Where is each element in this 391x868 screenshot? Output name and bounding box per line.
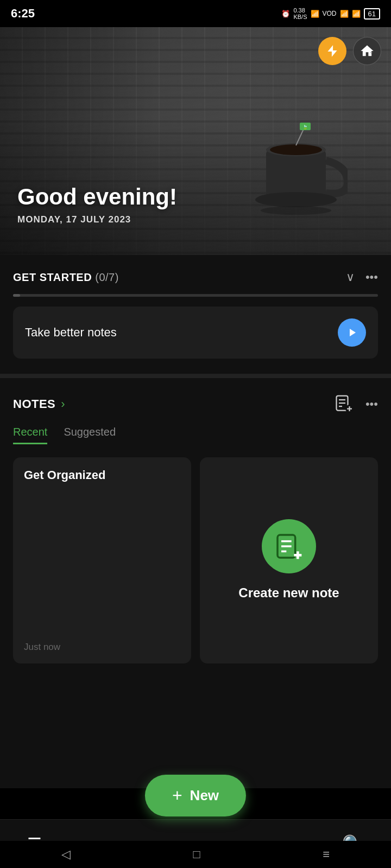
progress-bar-background [13, 294, 378, 297]
create-note-icon [274, 531, 304, 561]
play-button[interactable] [338, 318, 366, 347]
notes-grid: Get Organized Just now Create new note [13, 457, 378, 680]
create-note-card[interactable]: Create new note [200, 457, 378, 663]
hero-content: Good evening! MONDAY, 17 JULY 2023 [17, 184, 177, 225]
alarm-icon: ⏰ [281, 10, 290, 18]
home-nav-button[interactable]: □ [193, 847, 200, 861]
new-note-icon[interactable] [334, 393, 354, 415]
bottom-spacer [13, 680, 378, 788]
note-time: Just now [24, 642, 60, 653]
note-card-get-organized[interactable]: Get Organized Just now [13, 457, 191, 663]
svg-point-8 [261, 206, 331, 215]
hero-date: MONDAY, 17 JULY 2023 [17, 214, 177, 225]
get-started-title-area: GET STARTED (0/7) [13, 271, 119, 284]
signal-icon-1: 📶 [340, 10, 349, 18]
lightning-button[interactable] [318, 37, 346, 65]
recent-nav-button[interactable]: ≡ [323, 847, 330, 861]
notes-actions: ••• [334, 393, 378, 415]
vod-icon: VOD [323, 10, 337, 17]
wifi-icon: 📶 [311, 10, 319, 18]
get-started-actions: ∨ ••• [346, 270, 378, 284]
create-note-label: Create new note [238, 584, 339, 601]
home-edit-button[interactable] [353, 37, 381, 65]
teacup-decoration: 🍃 [239, 112, 348, 222]
svg-rect-0 [266, 150, 326, 199]
notes-title: NOTES [13, 397, 55, 411]
battery-icon: 61 [364, 8, 380, 20]
get-started-section: GET STARTED (0/7) ∨ ••• Take better note… [0, 255, 391, 378]
progress-bar-fill [13, 294, 20, 297]
notes-chevron-icon: › [61, 397, 65, 411]
svg-text:🍃: 🍃 [302, 124, 308, 130]
hero-section: 🍃 Good evening! MONDAY, 17 JULY 2023 [0, 27, 391, 255]
notes-more-options-icon[interactable]: ••• [365, 397, 378, 411]
collapse-chevron-icon[interactable]: ∨ [346, 270, 355, 284]
hero-top-icons [318, 37, 381, 65]
status-time: 6:25 [11, 7, 35, 21]
signal-icon-2: 📶 [352, 10, 361, 18]
data-speed: 0.38KB/S [293, 7, 307, 20]
get-started-header: GET STARTED (0/7) ∨ ••• [13, 270, 378, 284]
note-title: Get Organized [24, 468, 180, 482]
get-started-title: GET STARTED (0/7) [13, 271, 119, 283]
tab-recent[interactable]: Recent [13, 426, 47, 444]
new-note-fab-button[interactable]: + New [145, 775, 246, 816]
more-options-icon[interactable]: ••• [365, 270, 378, 284]
back-nav-button[interactable]: ◁ [61, 847, 71, 861]
teacup-svg: 🍃 [239, 112, 348, 220]
svg-point-7 [255, 192, 337, 207]
notes-section: NOTES › ••• Recent Suggested [0, 378, 391, 788]
lightning-icon [325, 44, 339, 58]
tab-suggested[interactable]: Suggested [64, 426, 116, 444]
play-icon [345, 326, 358, 339]
system-nav-bar: ◁ □ ≡ [0, 841, 391, 868]
add-note-icon [334, 393, 354, 413]
status-icons: ⏰ 0.38KB/S 📶 VOD 📶 📶 61 [281, 7, 380, 20]
notes-title-area[interactable]: NOTES › [13, 397, 65, 411]
svg-point-3 [270, 144, 322, 155]
create-note-icon-circle [262, 519, 316, 573]
fab-label: New [190, 787, 219, 804]
notes-header: NOTES › ••• [13, 393, 378, 415]
take-notes-card[interactable]: Take better notes [13, 307, 378, 359]
home-edit-icon [360, 43, 375, 59]
fab-area: + New [145, 775, 246, 816]
fab-plus-icon: + [172, 786, 182, 806]
hero-greeting: Good evening! [17, 184, 177, 210]
notes-tabs: Recent Suggested [13, 426, 378, 444]
svg-line-4 [296, 128, 304, 145]
take-notes-text: Take better notes [25, 326, 117, 340]
get-started-count: (0/7) [95, 271, 119, 283]
status-bar: 6:25 ⏰ 0.38KB/S 📶 VOD 📶 📶 61 [0, 0, 391, 27]
